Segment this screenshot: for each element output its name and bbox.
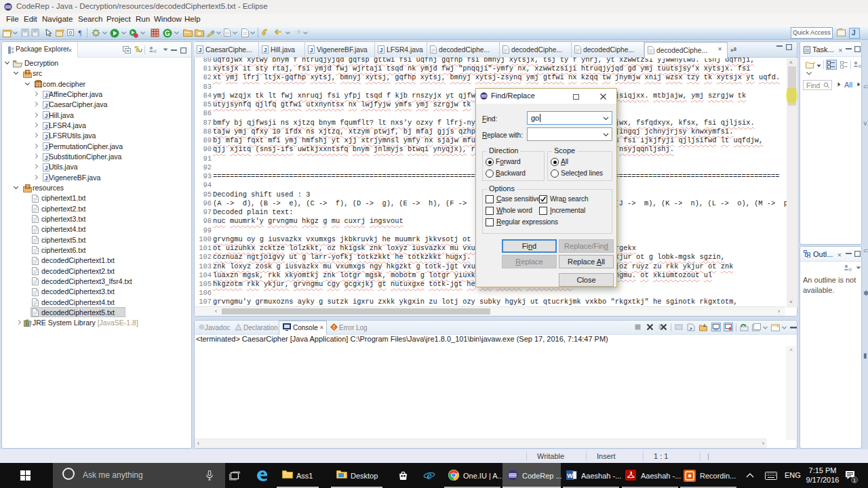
svg-text:J: J [44, 164, 47, 171]
svg-text:J: J [44, 123, 47, 129]
svg-text:¶: ¶ [79, 28, 82, 37]
svg-text:J: J [44, 175, 47, 182]
svg-text:0: 0 [69, 30, 73, 36]
svg-text:J: J [198, 47, 201, 54]
svg-text:J: J [44, 133, 47, 140]
svg-text:e: e [427, 470, 431, 481]
svg-text:J: J [44, 154, 47, 161]
svg-text:W: W [567, 472, 573, 479]
svg-text:J: J [44, 102, 47, 108]
svg-text:G: G [165, 30, 170, 37]
svg-text:J: J [309, 47, 313, 54]
svg-text:J: J [44, 144, 47, 150]
svg-text:J: J [44, 92, 47, 98]
svg-text:J: J [44, 113, 47, 119]
svg-text:J: J [263, 47, 267, 54]
svg-text:J: J [379, 47, 382, 54]
